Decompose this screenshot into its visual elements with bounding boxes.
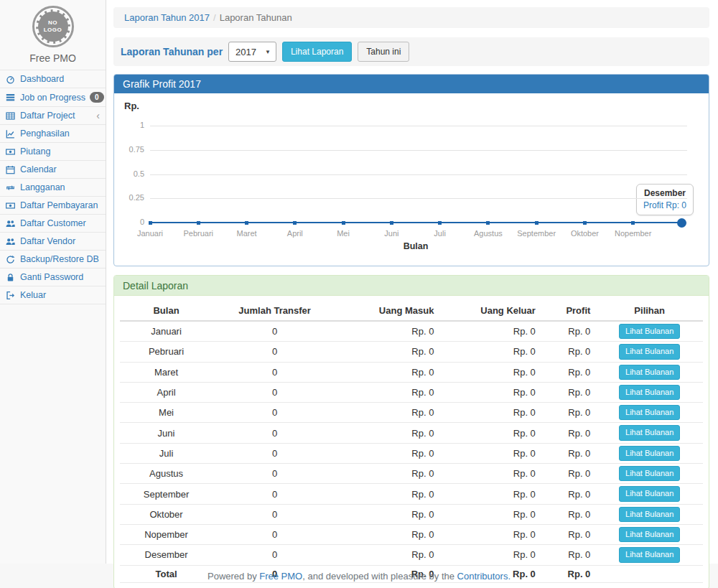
data-point[interactable] (438, 221, 442, 225)
tooltip-title: Desember (643, 188, 686, 198)
brand-name: Free PMO (0, 52, 106, 64)
year-select[interactable]: 2017 ▼ (228, 42, 276, 62)
cell: Rp. 0 (439, 342, 541, 362)
data-point-highlighted[interactable] (677, 218, 686, 228)
profit-line (150, 222, 681, 223)
sidebar-item-dashboard[interactable]: Dashboard (0, 70, 106, 88)
cell: Rp. 0 (337, 443, 439, 463)
column-header-uang-keluar: Uang Keluar (439, 302, 541, 321)
data-point[interactable] (390, 221, 393, 225)
lihat-bulanan-button[interactable]: Lihat Bulanan (619, 425, 680, 440)
lihat-bulanan-button[interactable]: Lihat Bulanan (619, 385, 680, 400)
cell: Rp. 0 (541, 403, 597, 423)
sidebar-item-label: Ganti Password (20, 272, 83, 282)
sidebar-item-daftar-pembayaran[interactable]: Daftar Pembayaran (0, 197, 106, 215)
contributors-link[interactable]: Contributors. (457, 571, 510, 582)
no-logo-badge: NO LOGO (32, 6, 74, 47)
column-header-profit: Profit (541, 302, 597, 321)
sidebar-item-penghasilan[interactable]: Penghasilan (0, 125, 106, 143)
lihat-bulanan-button[interactable]: Lihat Bulanan (619, 486, 680, 501)
cell: Rp. 0 (337, 484, 439, 504)
lihat-bulanan-button[interactable]: Lihat Bulanan (619, 324, 680, 339)
lihat-bulanan-button[interactable]: Lihat Bulanan (619, 446, 680, 461)
table-row: Desember0Rp. 0Rp. 0Rp. 0Lihat Bulanan (120, 545, 703, 565)
lihat-laporan-button[interactable]: Lihat Laporan (282, 42, 352, 62)
cell: Rp. 0 (337, 545, 439, 565)
data-point[interactable] (583, 221, 587, 225)
chart-panel-body: Rp. Bulan Desember Profit Rp: 0 10.750.5… (114, 93, 709, 266)
data-point[interactable] (245, 221, 248, 225)
cell: Rp. 0 (439, 504, 541, 524)
sidebar-item-label: Calendar (20, 164, 57, 174)
lihat-bulanan-button[interactable]: Lihat Bulanan (619, 344, 680, 359)
cell: Pebruari (120, 342, 213, 362)
lihat-bulanan-button[interactable]: Lihat Bulanan (619, 365, 680, 380)
footer-text: Powered by Free PMO, and developed with … (208, 571, 510, 582)
sidebar-item-daftar-customer[interactable]: Daftar Customer (0, 215, 106, 233)
detail-panel-body: BulanJumlah TransferUang MasukUang Kelua… (114, 296, 709, 588)
cell: 0 (213, 524, 337, 544)
logo-text-line1: NO (48, 19, 57, 27)
cell: Rp. 0 (337, 524, 439, 544)
table-row: Juli0Rp. 0Rp. 0Rp. 0Lihat Bulanan (120, 443, 703, 463)
sidebar-item-daftar-project[interactable]: Daftar Project‹ (0, 107, 106, 125)
count-badge: 0 (90, 92, 104, 103)
detail-laporan-panel: Detail Laporan BulanJumlah TransferUang … (113, 275, 709, 588)
sidebar-item-backup-restore-db[interactable]: Backup/Restore DB (0, 251, 106, 269)
x-tick-label: Oktober (560, 229, 609, 238)
cell: Rp. 0 (337, 464, 439, 484)
cell: Rp. 0 (439, 484, 541, 504)
users-icon (6, 236, 16, 246)
sidebar-item-job-on-progress[interactable]: Job on Progress0 (0, 88, 106, 107)
money-icon (6, 200, 16, 210)
cell: Rp. 0 (541, 464, 597, 484)
cell: Rp. 0 (541, 362, 597, 382)
sidebar-item-keluar[interactable]: Keluar (0, 286, 106, 304)
cell: 0 (213, 403, 337, 423)
lock-icon (6, 272, 16, 282)
sidebar-item-langganan[interactable]: Langganan (0, 179, 106, 197)
sidebar-item-label: Daftar Project (20, 111, 75, 121)
lihat-bulanan-button[interactable]: Lihat Bulanan (619, 527, 680, 542)
column-header-bulan: Bulan (120, 302, 213, 321)
footer-middle: , and developed with pleasure by the (302, 571, 457, 582)
y-tick-label: 0 (120, 218, 144, 226)
breadcrumb-separator: / (213, 12, 216, 23)
data-point[interactable] (293, 221, 297, 225)
data-point[interactable] (631, 221, 635, 225)
sidebar-item-daftar-vendor[interactable]: Daftar Vendor (0, 233, 106, 251)
cell: Rp. 0 (337, 403, 439, 423)
sidebar-item-piutang[interactable]: Piutang (0, 143, 106, 161)
cell: 0 (213, 321, 337, 342)
logo-box: NO LOGO Free PMO (0, 0, 106, 70)
sidebar-item-calendar[interactable]: Calendar (0, 161, 106, 179)
cell: Agustus (120, 464, 213, 484)
breadcrumb-link[interactable]: Laporan Tahun 2017 (124, 12, 210, 23)
table-row: Oktober0Rp. 0Rp. 0Rp. 0Lihat Bulanan (120, 504, 703, 524)
tooltip-value: Profit Rp: 0 (643, 200, 686, 210)
data-point[interactable] (535, 221, 538, 225)
tahun-ini-button[interactable]: Tahun ini (358, 42, 409, 62)
table-row: Maret0Rp. 0Rp. 0Rp. 0Lihat Bulanan (120, 362, 703, 382)
lihat-bulanan-button[interactable]: Lihat Bulanan (619, 466, 680, 481)
x-tick-label: Maret (223, 229, 271, 238)
data-point[interactable] (486, 221, 490, 225)
lihat-bulanan-button[interactable]: Lihat Bulanan (619, 507, 680, 522)
lihat-bulanan-button[interactable]: Lihat Bulanan (619, 405, 680, 420)
gridline (150, 126, 687, 126)
sidebar-item-ganti-password[interactable]: Ganti Password (0, 269, 106, 286)
free-pmo-link[interactable]: Free PMO (259, 571, 302, 582)
column-header-jumlah-transfer: Jumlah Transfer (213, 302, 337, 321)
lihat-bulanan-button[interactable]: Lihat Bulanan (619, 547, 680, 562)
y-tick-label: 0.25 (120, 193, 144, 202)
sidebar-item-label: Dashboard (20, 74, 64, 84)
data-point[interactable] (197, 221, 200, 225)
cell: 0 (213, 382, 337, 402)
cell: Rp. 0 (439, 545, 541, 565)
total-cell: Rp. 0 (541, 565, 597, 582)
gridline (150, 150, 687, 151)
cell: Rp. 0 (541, 342, 597, 362)
cell: 0 (213, 504, 337, 524)
data-point[interactable] (342, 221, 345, 225)
data-point[interactable] (149, 221, 152, 225)
